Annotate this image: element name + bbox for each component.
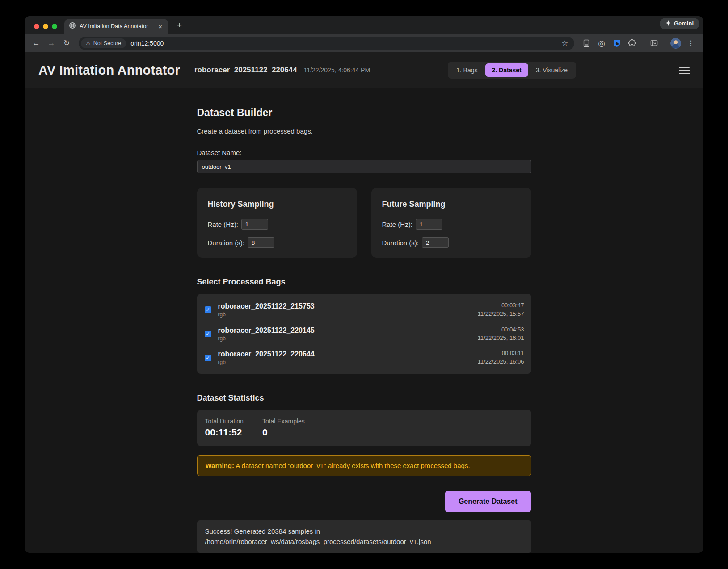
warning-triangle-icon: ⚠: [86, 40, 91, 46]
bag-duration: 00:03:11: [478, 349, 524, 358]
future-rate-label: Rate (Hz):: [382, 221, 412, 228]
history-sampling-title: History Sampling: [208, 200, 346, 209]
bag-name: roboracer_20251122_220644: [218, 350, 315, 358]
statistics-section-title: Dataset Statistics: [197, 393, 531, 403]
globe-favicon-icon: [69, 22, 76, 31]
back-icon[interactable]: ←: [29, 37, 43, 50]
current-bag-timestamp: 11/22/2025, 4:06:44 PM: [304, 67, 370, 74]
address-bar[interactable]: ⚠ Not Secure orin12:5000 ☆: [79, 37, 574, 50]
bag-row[interactable]: ✓ roboracer_20251122_220644 rgb 00:03:11…: [197, 346, 531, 370]
target-icon[interactable]: ◎: [595, 37, 608, 50]
total-duration-value: 00:11:52: [205, 427, 244, 438]
profile-avatar[interactable]: [669, 37, 682, 50]
warning-message: A dataset named "outdoor_v1" already exi…: [234, 462, 470, 469]
history-duration-label: Duration (s):: [208, 239, 245, 247]
close-window-button[interactable]: [34, 24, 39, 29]
bag-datetime: 11/22/2025, 16:01: [478, 334, 524, 343]
sampling-cards: History Sampling Rate (Hz): Duration (s)…: [197, 188, 531, 258]
dataset-name-label: Dataset Name:: [197, 149, 531, 156]
total-duration-stat: Total Duration 00:11:52: [205, 418, 244, 438]
future-sampling-card: Future Sampling Rate (Hz): Duration (s):: [371, 188, 531, 258]
page-title: Dataset Builder: [197, 107, 531, 119]
bag-row[interactable]: ✓ roboracer_20251122_215753 rgb 00:03:47…: [197, 298, 531, 322]
tab-strip: AV Imitation Data Annotator × + Gemini: [25, 16, 703, 34]
reload-icon[interactable]: ↻: [60, 37, 73, 50]
browser-tab[interactable]: AV Imitation Data Annotator ×: [64, 19, 168, 34]
bag-duration: 00:04:53: [478, 326, 524, 334]
total-examples-stat: Total Examples 0: [262, 418, 305, 438]
page-subtitle: Create a dataset from processed bags.: [197, 127, 531, 135]
success-line-1: Success! Generated 20384 samples in: [205, 526, 523, 536]
history-duration-input[interactable]: [248, 237, 274, 248]
total-examples-value: 0: [262, 427, 305, 438]
content-scroll-area[interactable]: Dataset Builder Create a dataset from pr…: [25, 88, 703, 553]
hamburger-menu-icon[interactable]: [679, 67, 690, 74]
tab-bags[interactable]: 1. Bags: [450, 63, 484, 77]
gemini-button[interactable]: Gemini: [660, 18, 699, 29]
bag-datetime: 11/22/2025, 15:57: [478, 310, 524, 318]
security-label: Not Secure: [93, 40, 122, 46]
app-header: AV Imitation Annotator roboracer_2025112…: [25, 52, 703, 88]
future-sampling-title: Future Sampling: [382, 200, 521, 209]
toolbar-divider: [643, 40, 643, 47]
history-sampling-card: History Sampling Rate (Hz): Duration (s)…: [197, 188, 357, 258]
browser-menu-icon[interactable]: ⋮: [684, 37, 698, 50]
bag-type: rgb: [218, 359, 315, 365]
future-rate-input[interactable]: [416, 219, 442, 230]
bag-type: rgb: [218, 311, 315, 318]
warning-prefix: Warning:: [206, 462, 234, 469]
bag-name: roboracer_20251122_215753: [218, 302, 315, 310]
toolbar-divider: [665, 40, 665, 47]
forward-icon[interactable]: →: [45, 37, 58, 50]
generate-dataset-button[interactable]: Generate Dataset: [445, 491, 531, 512]
window-controls: [34, 24, 57, 29]
tab-dataset[interactable]: 2. Dataset: [485, 63, 528, 77]
app-page: AV Imitation Annotator roboracer_2025112…: [25, 52, 703, 553]
screen: AV Imitation Data Annotator × + Gemini ←…: [0, 0, 728, 569]
generation-success-message: Success! Generated 20384 samples in /hom…: [197, 520, 531, 553]
total-examples-label: Total Examples: [262, 418, 305, 425]
tab-title: AV Imitation Data Annotator: [80, 23, 152, 29]
sparkle-icon: [665, 20, 671, 27]
extensions-puzzle-icon[interactable]: [625, 37, 639, 50]
bag-row[interactable]: ✓ roboracer_20251122_220145 rgb 00:04:53…: [197, 322, 531, 346]
future-duration-input[interactable]: [422, 237, 449, 248]
app-title: AV Imitation Annotator: [38, 63, 180, 78]
minimize-window-button[interactable]: [43, 24, 48, 29]
bag-name: roboracer_20251122_220145: [218, 326, 315, 335]
history-rate-input[interactable]: [241, 219, 268, 230]
gemini-label: Gemini: [674, 20, 694, 27]
total-duration-label: Total Duration: [205, 418, 244, 425]
duplicate-dataset-warning: Warning: A dataset named "outdoor_v1" al…: [197, 455, 531, 476]
bags-section-title: Select Processed Bags: [197, 277, 531, 287]
bookmark-star-icon[interactable]: ☆: [558, 39, 572, 47]
browser-window: AV Imitation Data Annotator × + Gemini ←…: [25, 16, 703, 553]
tab-visualize[interactable]: 3. Visualize: [529, 63, 574, 77]
bag-checkbox[interactable]: ✓: [205, 331, 211, 337]
actions-row: Generate Dataset: [197, 491, 531, 512]
bag-checkbox[interactable]: ✓: [205, 306, 211, 313]
bag-type: rgb: [218, 335, 315, 342]
dataset-name-input[interactable]: [197, 160, 531, 173]
shield-lock-extension-icon[interactable]: [610, 37, 623, 50]
zoom-window-button[interactable]: [52, 24, 57, 29]
processed-bags-list: ✓ roboracer_20251122_215753 rgb 00:03:47…: [197, 294, 531, 374]
current-bag-name: roboracer_20251122_220644: [194, 66, 297, 75]
tab-close-icon[interactable]: ×: [156, 22, 164, 31]
side-panel-search-icon[interactable]: [647, 37, 661, 50]
bag-checkbox[interactable]: ✓: [205, 355, 211, 361]
not-secure-chip[interactable]: ⚠ Not Secure: [81, 38, 126, 48]
bag-datetime: 11/22/2025, 16:06: [478, 358, 524, 366]
url-text[interactable]: orin12:5000: [130, 40, 558, 47]
dataset-builder-section: Dataset Builder Create a dataset from pr…: [197, 88, 531, 553]
history-rate-label: Rate (Hz):: [208, 221, 238, 228]
step-nav: 1. Bags 2. Dataset 3. Visualize: [448, 62, 576, 79]
success-line-2: /home/orin/roboracer_ws/data/rosbags_pro…: [205, 536, 523, 547]
future-duration-label: Duration (s):: [382, 239, 419, 247]
dataset-statistics-panel: Total Duration 00:11:52 Total Examples 0: [197, 410, 531, 446]
new-tab-button[interactable]: +: [173, 21, 185, 30]
reading-list-icon[interactable]: [580, 37, 593, 50]
browser-toolbar: ← → ↻ ⚠ Not Secure orin12:5000 ☆ ◎: [25, 34, 703, 52]
bag-duration: 00:03:47: [478, 301, 524, 310]
